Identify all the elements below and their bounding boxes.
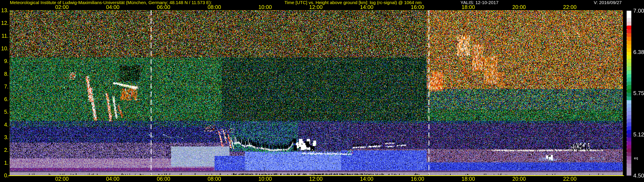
x-tick-label-top: 10:00 [256,4,275,10]
colorbar-note: eq [634,156,638,160]
x-tick-label-bottom: 18:00 [458,176,478,182]
colorbar-tick-label: 6.38 [633,49,644,55]
y-tick-label: 1. [0,160,8,166]
y-tick-label: 11. [0,33,8,39]
y-tick-label: 7. [0,84,8,90]
y-tick-label: 4. [0,122,8,128]
y-tick-label: 9. [0,58,8,64]
x-tick-label-bottom: 14:00 [357,176,376,182]
x-tick-label-bottom: 10:00 [256,176,275,182]
x-tick-label-top: 02:00 [52,4,72,10]
y-tick-label: 5. [0,109,8,115]
x-tick-label-bottom: 04:00 [103,176,122,182]
colorbar-tick-label: 4.50 [633,172,644,179]
x-tick-label-bottom: 06:00 [154,176,173,182]
colorbar-tick-label: 7.00 [633,7,644,14]
lidar-quicklook-page: Meteorological Institute of Ludwig-Maxim… [0,0,644,182]
y-tick-label: 2. [0,147,8,153]
x-tick-label-bottom: 20:00 [510,176,529,182]
x-tick-label-top: 12:00 [306,4,326,10]
colorbar-tick-label: 5.12 [633,131,644,138]
x-tick-label-top: 14:00 [357,4,376,10]
y-tick-label: 8. [0,71,8,77]
colorbar-tick-label: 5.75 [633,90,644,96]
x-tick-label-top: 18:00 [458,4,478,10]
plot-title: Time [UTC] vs. Height above ground [km]:… [284,0,422,5]
lidar-heatmap-canvas [0,0,644,182]
y-tick-label: 3. [0,134,8,140]
x-tick-label-top: 04:00 [103,4,122,10]
x-tick-label-top: 08:00 [204,4,224,10]
y-tick-label: 0. [0,172,8,179]
version-label: V: 2016/09/27 [594,0,622,5]
x-tick-label-top: 06:00 [154,4,173,10]
x-tick-label-bottom: 12:00 [306,176,326,182]
x-tick-label-top: 20:00 [510,4,529,10]
x-tick-label-bottom: 08:00 [204,176,224,182]
y-tick-label: 13. [0,7,8,13]
x-tick-label-bottom: 22:00 [560,176,580,182]
x-tick-label-top: 16:00 [408,4,427,10]
y-tick-label: 6. [0,96,8,102]
x-tick-label-top: 22:00 [560,4,580,10]
x-tick-label-bottom: 02:00 [52,176,72,182]
y-tick-label: 10. [0,45,8,52]
x-tick-label-bottom: 16:00 [408,176,427,182]
y-tick-label: 12. [0,20,8,26]
